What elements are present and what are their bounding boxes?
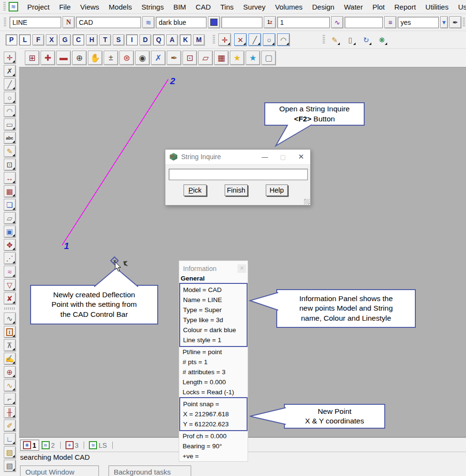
snap-toggle[interactable]: G bbox=[59, 34, 71, 45]
cad-edit-button[interactable]: ↻ bbox=[360, 33, 372, 46]
view-tool-button[interactable]: ⊕ bbox=[72, 51, 87, 65]
cad-edit-button[interactable]: ✎ bbox=[328, 33, 341, 46]
cad-tool-button[interactable]: ✘ bbox=[4, 292, 16, 304]
cad-tool-button[interactable]: ✥ bbox=[4, 239, 16, 251]
view-tool-button[interactable]: ⊛ bbox=[119, 51, 134, 65]
weight-picker-icon[interactable]: ≡ bbox=[384, 16, 396, 28]
view-tool-button[interactable]: ◉ bbox=[135, 51, 150, 65]
snap-toggle[interactable]: I bbox=[126, 34, 138, 45]
dialog-title-bar[interactable]: 12 String Inquire — ▢ ✕ bbox=[165, 150, 310, 164]
snap-toggle[interactable]: X bbox=[46, 34, 57, 45]
justify-button[interactable]: N bbox=[63, 16, 75, 28]
pick-button[interactable]: Pick bbox=[184, 184, 206, 196]
cad-tool-button[interactable]: ◠ bbox=[4, 105, 16, 117]
menu-item[interactable]: Report bbox=[390, 3, 421, 11]
toolbar-grip[interactable] bbox=[323, 35, 325, 44]
cad-tool-button[interactable]: ○ bbox=[263, 33, 275, 46]
cad-tool-button[interactable]: ✎ bbox=[4, 145, 16, 157]
cad-tool-button[interactable]: ↔ bbox=[4, 172, 16, 184]
tinable-dropdown-button[interactable]: ▼ bbox=[440, 16, 448, 28]
view-tool-button[interactable]: ▢ bbox=[261, 51, 276, 65]
cad-tool-button[interactable]: ▨ bbox=[4, 446, 16, 458]
view-tool-button[interactable]: ▱ bbox=[198, 51, 213, 65]
menu-item[interactable]: Views bbox=[76, 3, 104, 11]
panel-close-icon[interactable]: ✕ bbox=[238, 264, 246, 273]
snap-toggle[interactable]: S bbox=[113, 34, 124, 45]
cad-edit-button[interactable]: ❋ bbox=[376, 33, 388, 46]
minimize-button[interactable]: — bbox=[256, 153, 274, 161]
model-input[interactable] bbox=[76, 17, 141, 28]
menu-item[interactable]: Design bbox=[307, 3, 339, 11]
cad-tool-button[interactable]: ⊼ bbox=[4, 339, 16, 351]
menu-item[interactable]: Models bbox=[104, 3, 137, 11]
cad-tool-button[interactable]: ✕ bbox=[234, 33, 247, 46]
toolbar-grip[interactable] bbox=[213, 35, 215, 44]
snap-target-button[interactable]: ✛ bbox=[218, 33, 231, 46]
background-tasks-button[interactable]: Background tasks bbox=[108, 465, 191, 476]
inquire-input[interactable] bbox=[169, 169, 308, 180]
menu-item[interactable]: CAD bbox=[191, 3, 216, 11]
cad-tool-button[interactable]: ╫ bbox=[4, 406, 16, 418]
cad-tool-button[interactable]: ▦ bbox=[4, 185, 16, 197]
finish-button[interactable]: Finish bbox=[225, 184, 248, 196]
menu-item[interactable]: Utilities bbox=[421, 3, 453, 11]
view-tab[interactable]: ✳ 1 bbox=[20, 440, 39, 451]
cad-tool-button[interactable]: abc bbox=[4, 132, 16, 144]
snap-toggle[interactable]: F bbox=[33, 34, 44, 45]
snap-toggle[interactable]: P bbox=[6, 34, 17, 45]
cad-tool-button[interactable]: ✗ bbox=[4, 65, 16, 77]
snap-toggle[interactable]: L bbox=[19, 34, 31, 45]
menu-item[interactable]: Project bbox=[22, 3, 54, 11]
eyedropper-icon[interactable]: ✒ bbox=[449, 16, 461, 28]
cad-tool-button[interactable]: ╱ bbox=[4, 78, 16, 90]
view-tool-button[interactable]: ✚ bbox=[41, 51, 55, 65]
view-tool-button[interactable]: ✒ bbox=[167, 51, 181, 65]
view-tool-button[interactable]: ▬ bbox=[56, 51, 71, 65]
view-tool-button[interactable]: ⊞ bbox=[25, 51, 39, 65]
height-picker-icon[interactable]: 1z bbox=[264, 16, 276, 28]
cad-tool-button[interactable]: ✍ bbox=[4, 353, 16, 365]
tinable-input[interactable] bbox=[398, 17, 439, 28]
cad-tool-button[interactable]: ❏ bbox=[4, 199, 16, 211]
view-tool-button[interactable]: ± bbox=[104, 51, 118, 65]
view-tool-button[interactable]: ★ bbox=[230, 51, 244, 65]
cad-tool-button[interactable]: ▱ bbox=[4, 212, 16, 224]
linestyle-picker-icon[interactable]: ∿ bbox=[331, 16, 343, 28]
linestyle-input[interactable] bbox=[277, 17, 330, 28]
toolbar-grip[interactable] bbox=[4, 307, 15, 310]
cad-tool-button[interactable]: ○ bbox=[4, 92, 16, 104]
maximize-button[interactable]: ▢ bbox=[274, 153, 292, 161]
menu-item[interactable]: Volumes bbox=[270, 3, 307, 11]
height-input[interactable] bbox=[221, 17, 262, 28]
colour-swatch-button[interactable] bbox=[208, 16, 220, 28]
snap-toggle[interactable]: D bbox=[140, 34, 151, 45]
menu-item[interactable]: Plot bbox=[368, 3, 390, 11]
snap-toggle[interactable]: M bbox=[193, 34, 205, 45]
menu-item[interactable]: Tins bbox=[216, 3, 238, 11]
help-button[interactable]: Help bbox=[266, 184, 288, 196]
view-tab[interactable]: ≋ LS bbox=[87, 440, 115, 450]
cad-tool-button[interactable]: ▣ bbox=[4, 226, 16, 238]
snap-toggle[interactable]: A bbox=[166, 34, 178, 45]
weight-input[interactable] bbox=[345, 17, 383, 28]
cad-tool-button[interactable]: ▧ bbox=[4, 460, 16, 472]
menu-item[interactable]: Strings bbox=[137, 3, 169, 11]
cad-tool-button[interactable]: ✐ bbox=[4, 420, 16, 432]
toolbar-grip[interactable] bbox=[4, 18, 6, 27]
cad-tool-button[interactable]: ∟ bbox=[4, 433, 16, 445]
menu-item[interactable]: User bbox=[453, 3, 466, 11]
cad-tool-button[interactable]: ⊡ bbox=[4, 159, 16, 171]
string-name-input[interactable] bbox=[10, 17, 61, 28]
view-tool-button[interactable]: ★ bbox=[246, 51, 260, 65]
view-tool-button[interactable]: ✗ bbox=[151, 51, 165, 65]
cad-tool-button[interactable]: ✛ bbox=[4, 52, 16, 64]
view-tab[interactable]: ✳ 3 bbox=[63, 440, 87, 450]
cad-tool-button[interactable]: ⌐ bbox=[4, 393, 16, 405]
cad-tool-button[interactable]: ≈ bbox=[4, 266, 16, 278]
menu-item[interactable]: BIM bbox=[169, 3, 191, 11]
menu-item[interactable]: File bbox=[54, 3, 76, 11]
toolbar-grip[interactable] bbox=[3, 2, 6, 11]
menu-item[interactable]: Survey bbox=[238, 3, 271, 11]
cad-tool-button[interactable]: ⊕ bbox=[4, 366, 16, 378]
menu-item[interactable]: Water bbox=[339, 3, 368, 11]
